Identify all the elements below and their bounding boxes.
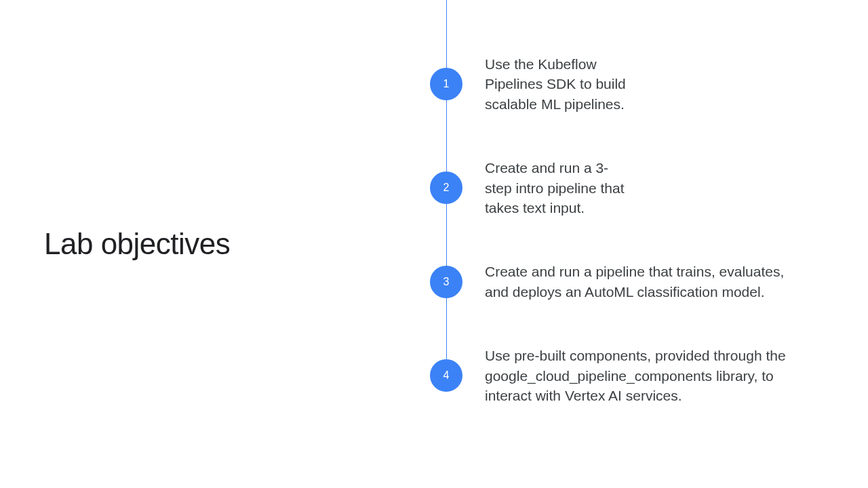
objective-text: Create and run a pipeline that trains, e… — [485, 262, 790, 302]
objectives-list: 1 Use the Kubeflow Pipelines SDK to buil… — [414, 54, 868, 405]
list-item: 3 Create and run a pipeline that trains,… — [414, 262, 868, 302]
objective-text: Create and run a 3-step intro pipeline t… — [485, 158, 634, 218]
page-title: Lab objectives — [44, 227, 230, 261]
right-panel: 1 Use the Kubeflow Pipelines SDK to buil… — [414, 0, 868, 488]
objective-text: Use the Kubeflow Pipelines SDK to build … — [485, 54, 627, 114]
left-panel: Lab objectives — [0, 0, 414, 488]
list-item: 1 Use the Kubeflow Pipelines SDK to buil… — [414, 54, 868, 114]
step-number-badge: 4 — [430, 359, 462, 392]
slide-container: Lab objectives 1 Use the Kubeflow Pipeli… — [0, 0, 868, 488]
list-item: 4 Use pre-built components, provided thr… — [414, 346, 868, 405]
objective-text: Use pre-built components, provided throu… — [485, 346, 790, 405]
list-item: 2 Create and run a 3-step intro pipeline… — [414, 158, 868, 218]
step-number-badge: 3 — [430, 266, 462, 298]
step-number-badge: 1 — [430, 68, 462, 100]
step-number-badge: 2 — [430, 171, 462, 204]
